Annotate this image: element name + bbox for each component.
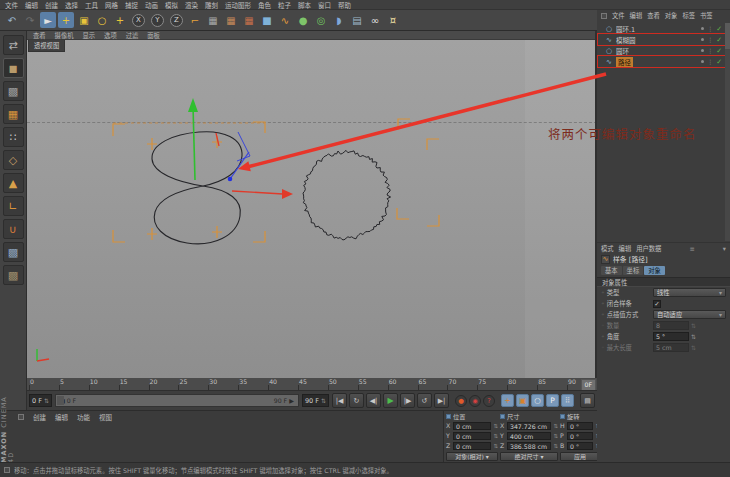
menu-item[interactable]: 角色 [258, 0, 271, 10]
panel-menu-icon[interactable]: ≡ [689, 245, 694, 252]
attribute-menu-item[interactable]: 用户数据 [636, 244, 661, 253]
render-settings-icon[interactable]: ▦ [241, 12, 257, 28]
rotate-icon[interactable]: ○ [94, 12, 110, 28]
visibility-dots-icon[interactable]: ⋮ [707, 58, 713, 65]
spinner-arrows-icon[interactable]: ⇅ [493, 443, 498, 449]
material-menu-item[interactable]: 创建 [33, 412, 46, 422]
timeline-ruler[interactable]: 051015202530354045505560657075808590 0F [27, 378, 597, 391]
attribute-tab[interactable]: 基本 [601, 266, 622, 275]
add-primitive-icon[interactable]: ■ [259, 12, 275, 28]
spinner-arrows-icon[interactable]: ⇅ [553, 423, 558, 429]
frame-range-slider[interactable]: ◀ 0 F90 F ▶ [55, 394, 299, 407]
end-frame-field[interactable]: 90 F⇅ [302, 394, 329, 407]
add-deformer-icon[interactable]: ◗ [331, 12, 347, 28]
enabled-check-icon[interactable]: ✓ [716, 47, 722, 55]
attribute-tab[interactable]: 对象 [644, 266, 665, 275]
spinner-arrows-icon[interactable]: ⇅ [321, 397, 326, 404]
keyframe-presets-button[interactable]: ▤ [580, 393, 595, 408]
lock-z-axis-icon[interactable]: Z [170, 14, 183, 27]
visibility-dots-icon[interactable]: ⋮ [707, 25, 713, 32]
visibility-dots-icon[interactable]: ⋮ [707, 47, 713, 54]
menu-item[interactable]: 帮助 [338, 0, 351, 10]
move-icon[interactable]: + [58, 12, 74, 28]
spinner-arrows-icon[interactable]: ⇅ [553, 433, 558, 439]
attribute-tab[interactable]: 坐标 [623, 266, 644, 275]
polygons-mode-icon[interactable]: ▲ [3, 173, 24, 193]
menu-item[interactable]: 脚本 [298, 0, 311, 10]
add-scene-icon[interactable]: ▤ [349, 12, 365, 28]
points-mode-icon[interactable]: ∷ [3, 127, 24, 147]
viewport-canvas[interactable] [27, 40, 597, 378]
enabled-check-icon[interactable]: ✓ [716, 25, 722, 33]
coord-mode-dropdown[interactable]: 对象(相对)▾ [446, 452, 498, 461]
material-menu-item[interactable]: 视图 [99, 412, 112, 422]
goto-start-button[interactable]: |◀ [332, 393, 347, 408]
workplane-mode-icon[interactable]: ▦ [3, 104, 24, 124]
axis-mode-icon[interactable]: ∟ [3, 196, 24, 216]
object-manager-menu-item[interactable]: 标签 [682, 11, 695, 20]
model-mode-icon[interactable]: ◼ [3, 58, 24, 78]
interpolation-dropdown[interactable]: 自动适应 ▾ [653, 310, 726, 319]
rotation-input[interactable]: 0 ° [567, 432, 593, 440]
rotation-input[interactable]: 0 ° [567, 422, 593, 430]
lock-x-axis-icon[interactable]: X [132, 14, 145, 27]
coordinate-system-icon[interactable]: ⌐ [187, 12, 203, 28]
edges-mode-icon[interactable]: ◇ [3, 150, 24, 170]
layer-dot-icon[interactable] [701, 27, 704, 30]
menu-item[interactable]: 模拟 [165, 0, 178, 10]
menu-item[interactable]: 雕刻 [205, 0, 218, 10]
layer-dot-icon[interactable] [701, 49, 704, 52]
record-rotation-toggle[interactable]: ○ [531, 394, 544, 407]
模糊圆[interactable]: ∿ 模糊圆 ⋮ ✓ [597, 34, 730, 45]
menu-item[interactable]: 运动图形 [225, 0, 251, 10]
autokey-button[interactable]: ◉ [469, 395, 481, 407]
lock-y-axis-icon[interactable]: Y [151, 14, 164, 27]
viewport-menu-item[interactable]: 过滤 [126, 31, 139, 40]
圆环.1[interactable]: ○ 圆环.1 ⋮ ✓ [597, 23, 730, 34]
size-input[interactable]: 386.588 cm [507, 442, 551, 450]
play-backwards-button[interactable]: ↻ [349, 393, 364, 408]
menu-item[interactable]: 选择 [65, 0, 78, 10]
texture-mode-icon[interactable]: ▩ [3, 81, 24, 101]
object-name[interactable]: 圆环 [616, 46, 629, 56]
menu-item[interactable]: 窗口 [318, 0, 331, 10]
size-input[interactable]: 347.726 cm [507, 422, 551, 430]
visibility-dots-icon[interactable]: ⋮ [707, 36, 713, 43]
viewport-tab[interactable]: 透视视图 [28, 40, 65, 52]
spinner-arrows-icon[interactable]: ⇅ [553, 443, 558, 449]
object-name[interactable]: 圆环.1 [616, 24, 635, 34]
quantize-icon[interactable]: ▩ [3, 265, 24, 285]
object-manager-menu-item[interactable]: 编辑 [630, 11, 643, 20]
object-manager-scrollbar[interactable] [725, 23, 730, 241]
loop-mode-button[interactable]: ↺ [417, 393, 432, 408]
object-manager-menu-item[interactable]: 文件 [612, 11, 625, 20]
apply-button[interactable]: 应用 [560, 452, 600, 461]
render-picture-viewer-icon[interactable]: ▦ [223, 12, 239, 28]
add-camera-icon[interactable]: ∞ [367, 12, 383, 28]
record-pla-toggle[interactable]: ⠿ [561, 394, 574, 407]
menu-item[interactable]: 捕捉 [125, 0, 138, 10]
material-menu-item[interactable]: 功能 [77, 412, 90, 422]
menu-item[interactable]: 渲染 [185, 0, 198, 10]
current-frame-field[interactable]: 0 F⇅ [29, 394, 52, 407]
object-manager-menu-item[interactable]: 对象 [665, 11, 678, 20]
material-menu-item[interactable]: 编辑 [55, 412, 68, 422]
menu-item[interactable]: 网格 [105, 0, 118, 10]
viewport-menu-item[interactable]: 摄像机 [55, 31, 74, 40]
enabled-check-icon[interactable]: ✓ [716, 58, 722, 66]
add-light-icon[interactable]: ¤ [385, 12, 401, 28]
record-position-toggle[interactable]: + [501, 394, 514, 407]
size-mode-dropdown[interactable]: 绝对尺寸▾ [500, 452, 558, 461]
viewport-menu-item[interactable]: 面板 [147, 31, 160, 40]
menu-item[interactable]: 动画 [145, 0, 158, 10]
圆环[interactable]: ○ 圆环 ⋮ ✓ [597, 45, 730, 56]
position-input[interactable]: 0 cm [453, 422, 491, 430]
viewport-menu-item[interactable]: 显示 [82, 31, 95, 40]
last-tool-icon[interactable]: + [112, 12, 128, 28]
object-name[interactable]: 模糊圆 [616, 35, 636, 45]
menu-item[interactable]: 工具 [85, 0, 98, 10]
record-scale-toggle[interactable]: ▣ [516, 394, 529, 407]
object-manager-menu-item[interactable]: 查看 [647, 11, 660, 20]
record-parameter-toggle[interactable]: P [546, 394, 559, 407]
object-manager-menu-item[interactable]: 书签 [700, 11, 713, 20]
